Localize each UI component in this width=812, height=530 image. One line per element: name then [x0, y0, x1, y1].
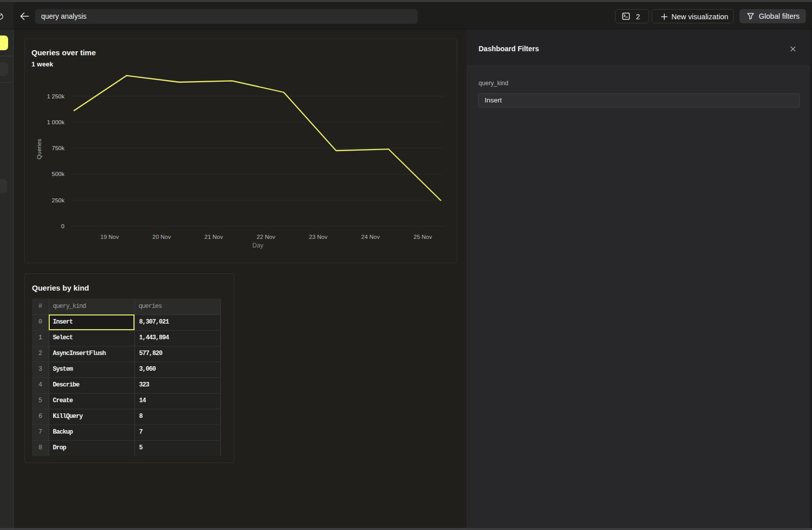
svg-text:750k: 750k [52, 145, 64, 151]
svg-text:250k: 250k [52, 197, 64, 203]
svg-text:Queries: Queries [36, 139, 42, 160]
svg-text:1 000k: 1 000k [47, 119, 64, 125]
svg-text:500k: 500k [52, 171, 64, 177]
svg-text:0: 0 [61, 223, 64, 229]
svg-text:20 Nov: 20 Nov [152, 234, 171, 240]
svg-text:21 Nov: 21 Nov [205, 234, 223, 240]
svg-text:24 Nov: 24 Nov [361, 234, 380, 240]
svg-text:23 Nov: 23 Nov [309, 234, 328, 240]
svg-text:19 Nov: 19 Nov [100, 234, 119, 240]
svg-text:25 Nov: 25 Nov [414, 234, 432, 240]
svg-text:22 Nov: 22 Nov [257, 234, 276, 240]
svg-text:Day: Day [252, 242, 263, 249]
svg-text:1 250k: 1 250k [47, 93, 64, 99]
